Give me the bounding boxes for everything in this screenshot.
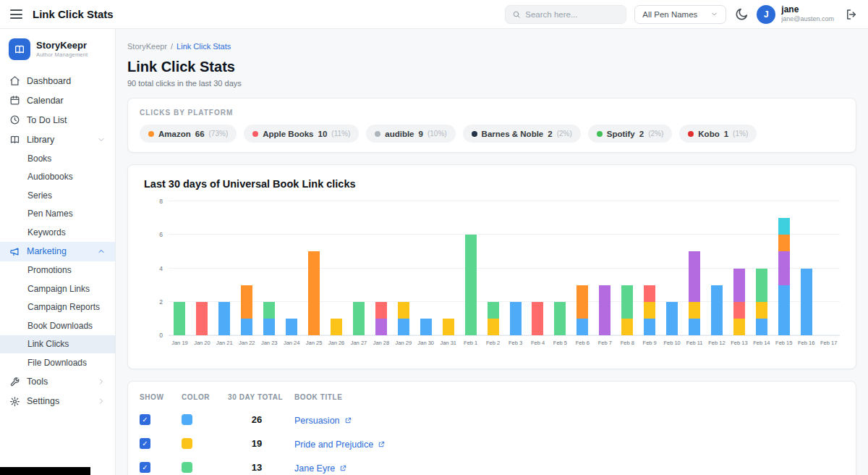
sidebar-item-keywords[interactable]: Keywords — [0, 223, 115, 242]
user-info: jane jane@austen.com — [781, 5, 834, 22]
clicks-chart-card: Last 30 days of Universal Book Link clic… — [127, 164, 856, 369]
sidebar-subitem-label: Books — [27, 154, 51, 164]
bar-segment-yellow — [398, 302, 409, 319]
platform-count: 2 — [639, 130, 644, 138]
show-cell: ✓ — [140, 462, 173, 473]
bar-segment-green — [554, 302, 566, 335]
bar-feb-5 — [549, 201, 571, 335]
sidebar-item-library[interactable]: Library — [0, 130, 115, 149]
sidebar-item-pen-names[interactable]: Pen Names — [0, 205, 115, 224]
sidebar-item-file-downloads[interactable]: File Downloads — [0, 353, 115, 372]
book-title-link[interactable]: Persuasion — [294, 416, 352, 426]
sidebar-item-marketing[interactable]: Marketing — [0, 242, 115, 261]
book-title-link[interactable]: Pride and Prejudice — [294, 440, 386, 450]
title-cell: Jane Eyre — [294, 461, 844, 474]
sidebar-subitem-label: Book Downloads — [27, 321, 93, 331]
search-input[interactable] — [525, 10, 616, 19]
chart-xaxis: Jan 19Jan 20Jan 21Jan 22Jan 23Jan 24Jan … — [169, 340, 840, 346]
x-tick-label: Jan 26 — [326, 340, 348, 346]
main-content: StoryKeepr / Link Click Stats Link Click… — [116, 29, 868, 475]
sidebar-item-settings[interactable]: Settings — [0, 392, 115, 411]
sidebar-item-series[interactable]: Series — [0, 186, 115, 205]
user-menu[interactable]: J jane jane@austen.com — [757, 5, 834, 24]
platform-percent: (73%) — [209, 130, 229, 138]
avatar[interactable]: J — [757, 5, 775, 24]
bar-segment-blue — [263, 319, 275, 335]
bar-segment-green — [621, 285, 633, 319]
bar-stack — [554, 201, 566, 335]
sidebar-item-promotions[interactable]: Promotions — [0, 261, 115, 280]
search-box[interactable] — [505, 5, 626, 24]
breadcrumb-separator: / — [171, 42, 173, 51]
sidebar: StoryKeepr Author Management DashboardCa… — [0, 29, 116, 475]
dark-mode-toggle-moon-icon[interactable] — [734, 7, 749, 22]
sidebar-item-campaign-links[interactable]: Campaign Links — [0, 279, 115, 298]
gear-icon — [9, 396, 20, 407]
sidebar-subitem-label: Promotions — [27, 265, 72, 275]
show-checkbox[interactable]: ✓ — [140, 462, 150, 473]
platform-pill-list: Amazon66(73%)Apple Books10(11%)audible9(… — [140, 125, 844, 143]
platform-color-dot — [375, 131, 380, 137]
bar-segment-yellow — [331, 319, 342, 335]
bar-segment-yellow — [756, 302, 767, 319]
clicks-by-platform-card: CLICKS BY PLATFORM Amazon66(73%)Apple Bo… — [127, 98, 856, 153]
sidebar-item-label: Settings — [27, 396, 90, 406]
table-row: ✓26Persuasion — [140, 408, 844, 432]
chart-title: Last 30 days of Universal Book Link clic… — [144, 178, 844, 190]
color-swatch — [182, 438, 192, 449]
bar-segment-green — [263, 302, 275, 319]
title-cell: Persuasion — [294, 413, 844, 426]
sidebar-item-calendar[interactable]: Calendar — [0, 91, 115, 110]
bar-segment-red — [375, 302, 387, 319]
breadcrumb: StoryKeepr / Link Click Stats — [127, 42, 856, 51]
sidebar-item-campaign-reports[interactable]: Campaign Reports — [0, 298, 115, 317]
bar-segment-blue — [241, 319, 252, 335]
sidebar-subitem-label: Campaign Reports — [27, 302, 100, 312]
column-header-30-day-total: 30 DAY TOTAL — [228, 393, 286, 401]
platform-percent: (10%) — [427, 130, 447, 138]
menu-icon[interactable] — [10, 9, 22, 19]
sidebar-subitem-label: File Downloads — [27, 358, 87, 368]
x-tick-label: Feb 17 — [817, 340, 840, 346]
bar-feb-10 — [661, 201, 684, 335]
color-swatch — [182, 414, 192, 425]
x-tick-label: Jan 23 — [258, 340, 281, 346]
platform-percent: (1%) — [733, 130, 748, 138]
bar-stack — [331, 201, 342, 335]
sidebar-item-audiobooks[interactable]: Audiobooks — [0, 168, 115, 187]
bar-segment-purple — [689, 251, 700, 301]
pen-names-dropdown[interactable]: All Pen Names — [634, 5, 726, 24]
sidebar-item-label: Tools — [27, 377, 90, 387]
show-checkbox[interactable]: ✓ — [140, 414, 150, 425]
sidebar-item-tools[interactable]: Tools — [0, 372, 115, 392]
sidebar-item-book-downloads[interactable]: Book Downloads — [0, 316, 115, 335]
logout-icon[interactable] — [845, 8, 858, 21]
y-tick-label: 4 — [147, 265, 163, 272]
platform-count: 10 — [318, 130, 328, 138]
sidebar-item-link-clicks[interactable]: Link Clicks — [0, 335, 115, 354]
book-title-link[interactable]: Jane Eyre — [294, 463, 347, 474]
bar-segment-blue — [510, 302, 522, 335]
chart-plot: 02468 — [169, 201, 840, 336]
bar-stack — [308, 201, 320, 335]
pen-names-dropdown-value: All Pen Names — [642, 10, 697, 19]
title-cell: Pride and Prejudice — [294, 437, 844, 450]
sidebar-subitem-label: Keywords — [27, 227, 66, 238]
bar-segment-green — [465, 235, 477, 335]
bar-feb-14 — [750, 201, 773, 335]
bar-stack — [398, 201, 409, 335]
bar-stack — [465, 201, 477, 335]
sidebar-item-label: Library — [27, 135, 90, 145]
x-tick-label: Jan 30 — [414, 340, 437, 346]
sidebar-item-label: To Do List — [27, 115, 106, 125]
y-tick-label: 0 — [147, 332, 163, 339]
sidebar-item-dashboard[interactable]: Dashboard — [0, 71, 115, 91]
total-cell: 19 — [228, 438, 286, 449]
bar-segment-red — [532, 302, 543, 335]
sidebar-item-to-do-list[interactable]: To Do List — [0, 110, 115, 130]
platform-color-dot — [252, 131, 258, 137]
sidebar-item-books[interactable]: Books — [0, 149, 115, 168]
show-checkbox[interactable]: ✓ — [140, 438, 150, 449]
breadcrumb-current[interactable]: Link Click Stats — [176, 42, 231, 51]
sidebar-item-label: Marketing — [27, 246, 90, 256]
